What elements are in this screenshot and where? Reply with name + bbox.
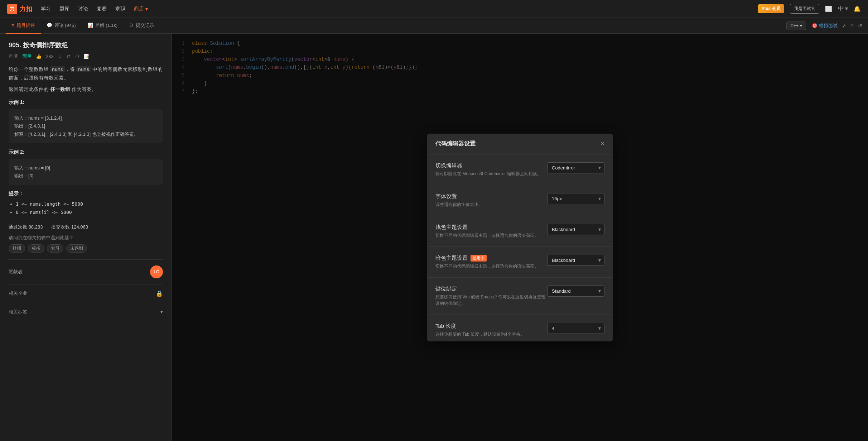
company-section: 相关企业 🔒 [9,284,163,297]
keybinding-select[interactable]: Standard Vim Emacs [547,286,604,297]
setting-label-font: 字体设置 调整适合你的字体大小。 [435,193,547,208]
tab-solutions-label: 差解 (1.1k) [95,22,118,29]
tag-campus[interactable]: 校招 [28,244,44,253]
example2-output: 输出：[0] [14,172,157,180]
tab-description[interactable]: ≡ 题目描述 [6,18,41,34]
lock-icon: 🔒 [156,290,163,297]
tab-select-wrapper: 2 4 8 [547,323,604,334]
setting-row-light-theme: 浅色主题设置 切换不同的代码编辑器主题，选择适合你的语法高亮。 Default … [427,216,613,247]
notification-icon[interactable]: 🔔 [854,5,861,12]
timer-icon[interactable]: ⏱ [75,54,79,59]
setting-name-font: 字体设置 [435,193,547,200]
hint-item-2: 0 <= nums[i] <= 5000 [16,208,163,216]
nav-right: Plus 会员 我是面试官 ⬜ 中 ▾ 🔔 [758,4,861,14]
editor-icons: 🎯 模拟面试 ⤢ P ↺ [812,23,862,29]
contributor-header[interactable]: 贡献者 LC [9,265,163,278]
tab-select[interactable]: 2 4 8 [547,323,604,334]
asked-tags: 社招 校招 实习 未遇到 [9,243,163,254]
tab-comments-label: 评论 (946) [54,22,76,29]
nav-logo[interactable]: 力 力扣 [7,4,32,14]
light-theme-select-wrapper: Default Blackboard Dracula [547,224,604,235]
modal-header: 代码编辑器设置 × [427,134,613,154]
language-select[interactable]: C++ ▾ [786,21,806,30]
font-select[interactable]: 12px 14px 16px 18px 20px [547,193,604,204]
font-select-wrapper: 12px 14px 16px 18px 20px [547,193,604,204]
nav-problems[interactable]: 题库 [59,4,69,14]
dark-theme-select-wrapper: Default Blackboard Dracula [547,255,604,266]
problem-title: 905. 按奇偶排序数组 [9,41,163,49]
setting-name-dark-theme: 暗色主题设置 使用中 [435,255,547,262]
example2-input: 输入：nums = [0] [14,164,157,172]
example1-explain: 解释：[4,2,3,1]、[2,4,1,3] 和 [4,2,1,3] 也会被视作… [14,130,157,138]
chevron-down-icon: ▾ [160,309,163,315]
expand-icon[interactable]: ⤢ [842,23,846,29]
setting-desc-editor: 你可以随意在 Monaco 和 Codemirror 编辑器之间切换。 [435,171,547,177]
setting-row-dark-theme: 暗色主题设置 使用中 切换不同的代码编辑器主题，选择适合你的语法高亮。 Defa… [427,247,613,278]
setting-control-dark-theme: Default Blackboard Dracula [547,255,604,266]
print-icon[interactable]: P [850,23,854,29]
tag-social[interactable]: 社招 [9,244,25,253]
main-layout: 905. 按奇偶排序数组 难度 简单 👍 283 ☆ ⇄ ⏱ 📝 给你一个整数数… [0,34,868,441]
hint-item-1: 1 <= nums.length <= 5000 [16,200,163,208]
tab-submissions-label: 提交记录 [136,22,154,29]
setting-name-editor: 切换编辑器 [435,162,547,169]
problem-description: 给你一个整数数组 nums，将 nums 中的所有偶数元素移动到数组的前面，后跟… [9,65,163,94]
note-icon[interactable]: 📝 [84,54,90,59]
tag-none[interactable]: 未遇到 [66,244,87,253]
tab-comments[interactable]: 💬 评论 (946) [41,18,82,34]
setting-desc-tab: 选择你想要的 Tab 长度，默认设置为4个空格。 [435,331,547,337]
editor-select[interactable]: Monaco Codemirror [547,162,604,173]
example1-title: 示例 1: [9,99,163,106]
setting-label-keybinding: 键位绑定 想要练习使用 Vim 或者 Emacs？你可以在这里切换这些预设的键位… [435,286,547,307]
modal-close-button[interactable]: × [601,140,604,148]
settings-modal: 代码编辑器设置 × 切换编辑器 你可以随意在 Monaco 和 Codemirr… [427,134,613,341]
example1-output: 输出：[2,4,3,1] [14,122,157,130]
language-switcher[interactable]: 中 ▾ [838,5,848,13]
contributor-section: 贡献者 LC [9,259,163,278]
setting-desc-light-theme: 切换不同的代码编辑器主题，选择适合你的语法高亮。 [435,232,547,239]
likes-icon: 👍 [36,54,42,59]
modal-overlay: 代码编辑器设置 × 切换编辑器 你可以随意在 Monaco 和 Codemirr… [172,34,868,441]
using-badge: 使用中 [471,255,487,262]
setting-control-font: 12px 14px 16px 18px 20px [547,193,604,204]
light-theme-select[interactable]: Default Blackboard Dracula [547,224,604,235]
setting-desc-font: 调整适合你的字体大小。 [435,201,547,208]
bookmark-icon[interactable]: ☆ [58,54,62,59]
company-header[interactable]: 相关企业 🔒 [9,290,163,297]
setting-row-editor: 切换编辑器 你可以随意在 Monaco 和 Codemirror 编辑器之间切换… [427,154,613,185]
likes-count: 283 [46,54,54,59]
share-icon[interactable]: ⇄ [67,54,71,59]
nav-study[interactable]: 学习 [41,4,51,14]
example2-box: 输入：nums = [0] 输出：[0] [9,159,163,185]
problem-meta: 难度 简单 👍 283 ☆ ⇄ ⏱ 📝 [9,53,163,59]
tab-solutions[interactable]: 📊 差解 (1.1k) [82,18,124,34]
asked-row: 请问您在哪关招聘中遇到此题？ 社招 校招 实习 未遇到 [9,235,163,254]
setting-row-tab: Tab 长度 选择你想要的 Tab 长度，默认设置为4个空格。 2 4 8 [427,315,613,341]
contributor-avatar: LC [150,265,163,278]
nav-contest[interactable]: 竞赛 [97,4,107,14]
problem-name: 按奇偶排序数组 [23,42,68,49]
editor-select-wrapper: Monaco Codemirror [547,162,604,173]
pass-count-label: 通过次数 88,283 [9,224,43,230]
fullscreen-icon[interactable]: ⬜ [825,5,832,12]
setting-row-keybinding: 键位绑定 想要练习使用 Vim 或者 Emacs？你可以在这里切换这些预设的键位… [427,278,613,315]
nav-jobs[interactable]: 求职 [115,4,125,14]
hint-title: 提示： [9,191,163,197]
plus-badge[interactable]: Plus 会员 [758,4,784,13]
tab-submissions[interactable]: ⏱ 提交记录 [123,18,160,34]
top-nav: 力 力扣 学习 题库 讨论 竞赛 求职 商店 ▾ Plus 会员 我是面试官 ⬜… [0,0,868,18]
interview-button[interactable]: 我是面试官 [790,4,819,14]
refresh-icon[interactable]: ↺ [858,23,862,29]
left-panel: 905. 按奇偶排序数组 难度 简单 👍 283 ☆ ⇄ ⏱ 📝 给你一个整数数… [0,34,172,441]
tags-section: 相关标签 ▾ [9,303,163,315]
problem-id: 905. [9,42,21,49]
tag-intern[interactable]: 实习 [47,244,63,253]
hint-list: 1 <= nums.length <= 5000 0 <= nums[i] <=… [9,200,163,217]
editor-controls: C++ ▾ 🎯 模拟面试 ⤢ P ↺ [786,21,862,30]
tags-header[interactable]: 相关标签 ▾ [9,309,163,315]
simulate-link[interactable]: 🎯 模拟面试 [812,23,838,29]
setting-label-editor: 切换编辑器 你可以随意在 Monaco 和 Codemirror 编辑器之间切换… [435,162,547,177]
dark-theme-select[interactable]: Default Blackboard Dracula [547,255,604,266]
nav-discuss[interactable]: 讨论 [78,4,88,14]
nav-shop[interactable]: 商店 ▾ [134,4,148,14]
